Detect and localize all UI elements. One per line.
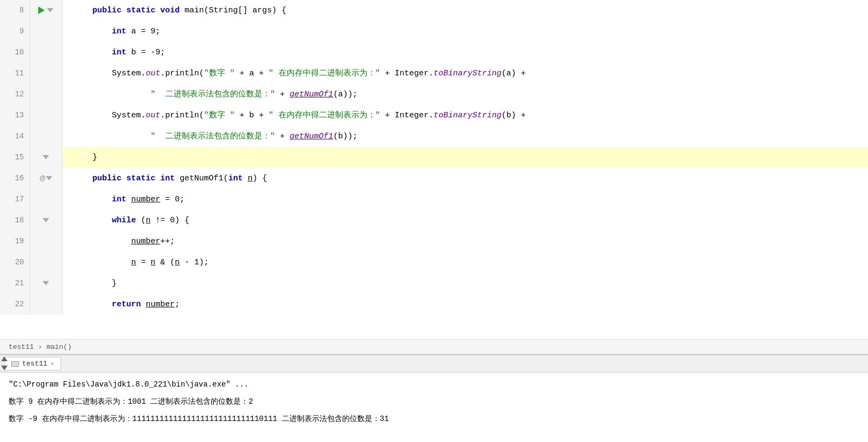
code-line: " 二进制表示法包含的位数是：" + getNumOf1(a));: [62, 84, 868, 105]
console-tabs: test11 ×: [0, 355, 868, 373]
gutter-col: [30, 252, 62, 273]
table-row: 11 System.out.println("数字 " + a + " 在内存中…: [0, 63, 868, 84]
line-number: 16: [0, 168, 30, 189]
breadcrumb: test11 › main(): [0, 339, 868, 354]
fold-arrow-icon[interactable]: [43, 281, 49, 285]
table-row: 18 while (n != 0) {: [0, 210, 868, 231]
console-java-path: "C:\Program Files\Java\jdk1.8.0_221\bin\…: [9, 376, 859, 393]
table-row: 19 number++;: [0, 231, 868, 252]
scroll-down-icon[interactable]: [1, 366, 8, 370]
line-number: 21: [0, 273, 30, 294]
line-number: 22: [0, 294, 30, 315]
fold-arrow-icon[interactable]: [46, 176, 52, 180]
gutter-col: [30, 21, 62, 42]
table-row: 14 " 二进制表示法包含的位数是：" + getNumOf1(b));: [0, 126, 868, 147]
code-line: int b = -9;: [62, 42, 868, 63]
code-line: while (n != 0) {: [62, 210, 868, 231]
gutter-col: [30, 84, 62, 105]
console-tab-label: test11: [22, 360, 47, 368]
gutter-col: [30, 105, 62, 126]
line-number: 18: [0, 210, 30, 231]
console-output: "C:\Program Files\Java\jdk1.8.0_221\bin\…: [0, 373, 868, 431]
editor-area: 8 public static void main(String[] args)…: [0, 0, 868, 339]
code-line: number++;: [62, 231, 868, 252]
line-number: 11: [0, 63, 30, 84]
code-line: }: [62, 273, 868, 294]
code-line: return number;: [62, 294, 868, 315]
code-line: n = n & (n - 1);: [62, 252, 868, 273]
table-row: 16@ public static int getNumOf1(int n) {: [0, 168, 868, 189]
line-number: 9: [0, 21, 30, 42]
code-line: }: [62, 147, 868, 168]
line-number: 17: [0, 189, 30, 210]
table-row: 17 int number = 0;: [0, 189, 868, 210]
fold-arrow-icon[interactable]: [43, 218, 49, 222]
table-row: 15 }: [0, 147, 868, 168]
console-scroll-icons: [1, 356, 8, 370]
code-line: int a = 9;: [62, 21, 868, 42]
table-row: 20 n = n & (n - 1);: [0, 252, 868, 273]
line-number: 15: [0, 147, 30, 168]
line-number: 10: [0, 42, 30, 63]
gutter-col: [30, 189, 62, 210]
scroll-up-icon[interactable]: [1, 356, 8, 361]
line-number: 20: [0, 252, 30, 273]
line-number: 12: [0, 84, 30, 105]
code-line: System.out.println("数字 " + b + " 在内存中得二进…: [62, 105, 868, 126]
dropdown-arrow-icon[interactable]: [47, 8, 53, 12]
code-line: System.out.println("数字 " + a + " 在内存中得二进…: [62, 63, 868, 84]
line-number: 19: [0, 231, 30, 252]
breadcrumb-text: test11 › main(): [9, 343, 72, 351]
gutter-col: [30, 273, 62, 294]
gutter-col: [30, 126, 62, 147]
gutter-col: [30, 42, 62, 63]
code-line: int number = 0;: [62, 189, 868, 210]
table-row: 9 int a = 9;: [0, 21, 868, 42]
gutter-col: [30, 0, 62, 21]
console-output-line2: 数字 -9 在内存中得二进制表示为：1111111111111111111111…: [9, 410, 859, 427]
annotation-icon: @: [39, 174, 46, 182]
console-area: test11 × "C:\Program Files\Java\jdk1.8.0…: [0, 354, 868, 431]
code-line: public static void main(String[] args) {: [62, 0, 868, 21]
gutter-col: [30, 210, 62, 231]
console-tab-test11[interactable]: test11 ×: [4, 357, 61, 370]
code-line: " 二进制表示法包含的位数是：" + getNumOf1(b));: [62, 126, 868, 147]
line-number: 13: [0, 105, 30, 126]
console-tab-close[interactable]: ×: [51, 361, 54, 367]
line-number: 8: [0, 0, 30, 21]
code-line: public static int getNumOf1(int n) {: [62, 168, 868, 189]
table-row: 22 return number;: [0, 294, 868, 315]
gutter-col: [30, 231, 62, 252]
gutter-col: [30, 147, 62, 168]
main-wrapper: 8 public static void main(String[] args)…: [0, 0, 868, 431]
run-icon[interactable]: [38, 6, 45, 14]
gutter-col: [30, 294, 62, 315]
table-row: 21 }: [0, 273, 868, 294]
table-row: 13 System.out.println("数字 " + b + " 在内存中…: [0, 105, 868, 126]
code-table: 8 public static void main(String[] args)…: [0, 0, 868, 315]
table-row: 8 public static void main(String[] args)…: [0, 0, 868, 21]
table-row: 12 " 二进制表示法包含的位数是：" + getNumOf1(a));: [0, 84, 868, 105]
line-number: 14: [0, 126, 30, 147]
table-row: 10 int b = -9;: [0, 42, 868, 63]
fold-arrow-icon[interactable]: [43, 155, 49, 159]
console-tab-icon: [11, 361, 19, 367]
console-output-line1: 数字 9 在内存中得二进制表示为：1001 二进制表示法包含的位数是：2: [9, 393, 859, 410]
gutter-col: @: [30, 168, 62, 189]
gutter-col: [30, 63, 62, 84]
